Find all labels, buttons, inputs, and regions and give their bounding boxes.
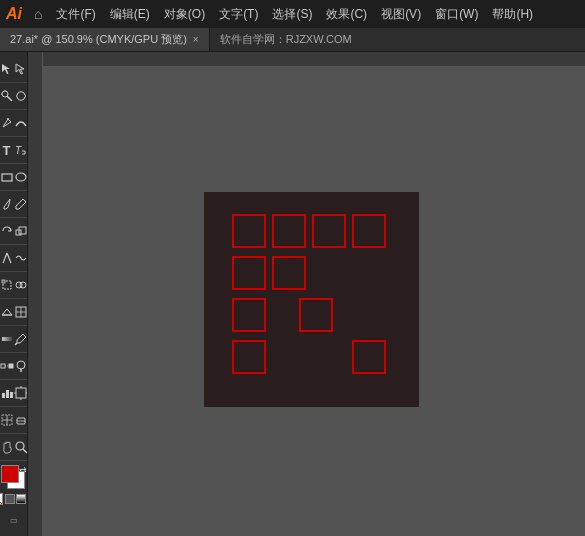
pen-tools — [0, 110, 27, 137]
width-tool[interactable] — [0, 247, 14, 269]
pencil-tool[interactable] — [14, 193, 28, 215]
red-square-4[interactable] — [352, 214, 386, 248]
menu-text[interactable]: 文字(T) — [213, 4, 264, 25]
wand-lasso-tools — [0, 83, 27, 110]
touch-type-tool[interactable]: T — [13, 139, 27, 161]
tab-close-button[interactable]: × — [193, 34, 199, 45]
zoom-tool[interactable] — [14, 436, 28, 458]
eyedropper-tool[interactable] — [14, 328, 28, 350]
svg-point-7 — [16, 173, 26, 181]
app-logo: Ai — [6, 5, 22, 23]
title-bar: Ai ⌂ 文件(F) 编辑(E) 对象(O) 文字(T) 选择(S) 效果(C)… — [0, 0, 585, 28]
tab-extra-label: 软件自学网：RJZXW.COM — [210, 32, 362, 47]
tool-panel: T T — [0, 52, 28, 536]
transform-tools — [0, 218, 27, 245]
gradient-tools — [0, 326, 27, 353]
shape-builder-tool[interactable] — [14, 274, 28, 296]
svg-rect-6 — [2, 174, 12, 181]
canvas-area — [28, 52, 585, 536]
shape-tools — [0, 164, 27, 191]
red-square-9[interactable] — [232, 340, 266, 374]
red-square-8[interactable] — [299, 298, 333, 332]
artboard-tool[interactable] — [14, 382, 28, 404]
ruler-horizontal — [28, 52, 585, 67]
text-tools: T T — [0, 137, 27, 164]
lasso-tool[interactable] — [14, 85, 28, 107]
column-graph-tool[interactable] — [0, 382, 14, 404]
menu-object[interactable]: 对象(O) — [158, 4, 211, 25]
warp-tool[interactable] — [14, 247, 28, 269]
selection-tools — [0, 56, 27, 83]
rectangle-tool[interactable] — [0, 166, 14, 188]
svg-point-1 — [2, 91, 8, 97]
menu-help[interactable]: 帮助(H) — [486, 4, 539, 25]
none-color-icon[interactable] — [0, 493, 3, 505]
ellipse-tool[interactable] — [14, 166, 28, 188]
brush-tools — [0, 191, 27, 218]
red-square-7[interactable] — [232, 298, 266, 332]
tab-bar: 27.ai* @ 150.9% (CMYK/GPU 预览) × 软件自学网：RJ… — [0, 28, 585, 52]
gradient-mode-btn[interactable] — [16, 494, 26, 504]
menu-bar: 文件(F) 编辑(E) 对象(O) 文字(T) 选择(S) 效果(C) 视图(V… — [50, 4, 539, 25]
red-square-5[interactable] — [232, 256, 266, 290]
document-tab[interactable]: 27.ai* @ 150.9% (CMYK/GPU 预览) × — [0, 28, 210, 51]
tab-label: 27.ai* @ 150.9% (CMYK/GPU 预览) — [10, 32, 187, 47]
slice-eraser-tools — [0, 407, 27, 434]
color-extras — [0, 493, 28, 505]
svg-text:T: T — [15, 145, 22, 156]
blend-tool[interactable] — [0, 355, 14, 377]
zoom-hand-tools — [0, 434, 27, 461]
menu-effect[interactable]: 效果(C) — [320, 4, 373, 25]
pen-tool[interactable] — [0, 112, 14, 134]
free-transform-tools — [0, 272, 27, 299]
svg-rect-27 — [10, 392, 13, 398]
red-square-2[interactable] — [272, 214, 306, 248]
free-transform-tool[interactable] — [0, 274, 14, 296]
color-mode-buttons — [5, 494, 29, 504]
color-mode-btn[interactable] — [5, 494, 15, 504]
symbol-sprayer-tool[interactable] — [14, 355, 28, 377]
menu-view[interactable]: 视图(V) — [375, 4, 427, 25]
home-icon[interactable]: ⌂ — [34, 6, 42, 22]
svg-rect-20 — [1, 364, 5, 368]
magic-wand-tool[interactable] — [0, 85, 14, 107]
ruler-vertical — [28, 52, 43, 536]
color-swatches[interactable]: ⇄ — [1, 465, 27, 491]
red-square-6[interactable] — [272, 256, 306, 290]
red-square-3[interactable] — [312, 214, 346, 248]
direct-selection-tool[interactable] — [14, 58, 28, 80]
rotate-tool[interactable] — [0, 220, 14, 242]
menu-file[interactable]: 文件(F) — [50, 4, 101, 25]
menu-select[interactable]: 选择(S) — [266, 4, 318, 25]
red-square-10[interactable] — [352, 340, 386, 374]
svg-rect-25 — [2, 393, 5, 398]
selection-tool[interactable] — [0, 58, 14, 80]
svg-line-19 — [15, 343, 17, 345]
hand-tool[interactable] — [0, 436, 14, 458]
eraser-tool[interactable] — [14, 409, 28, 431]
svg-rect-11 — [2, 280, 5, 283]
curvature-tool[interactable] — [14, 112, 28, 134]
text-tool[interactable]: T — [0, 139, 13, 161]
menu-edit[interactable]: 编辑(E) — [104, 4, 156, 25]
gradient-tool[interactable] — [0, 328, 14, 350]
perspective-tools — [0, 299, 27, 326]
screen-mode-button[interactable]: ▭ — [2, 509, 26, 531]
scale-tool[interactable] — [14, 220, 28, 242]
svg-rect-28 — [16, 388, 26, 398]
svg-line-0 — [7, 96, 12, 101]
svg-point-38 — [16, 442, 24, 450]
paintbrush-tool[interactable] — [0, 193, 14, 215]
svg-line-39 — [23, 449, 27, 453]
perspective-tool[interactable] — [0, 301, 14, 323]
blend-tools — [0, 353, 27, 380]
red-square-1[interactable] — [232, 214, 266, 248]
foreground-color-swatch[interactable] — [1, 465, 19, 483]
menu-window[interactable]: 窗口(W) — [429, 4, 484, 25]
mesh-tool[interactable] — [14, 301, 28, 323]
slice-tool[interactable] — [0, 409, 14, 431]
svg-rect-18 — [2, 337, 12, 341]
svg-point-13 — [20, 282, 26, 288]
svg-point-4 — [7, 118, 9, 120]
artboard — [204, 192, 419, 407]
